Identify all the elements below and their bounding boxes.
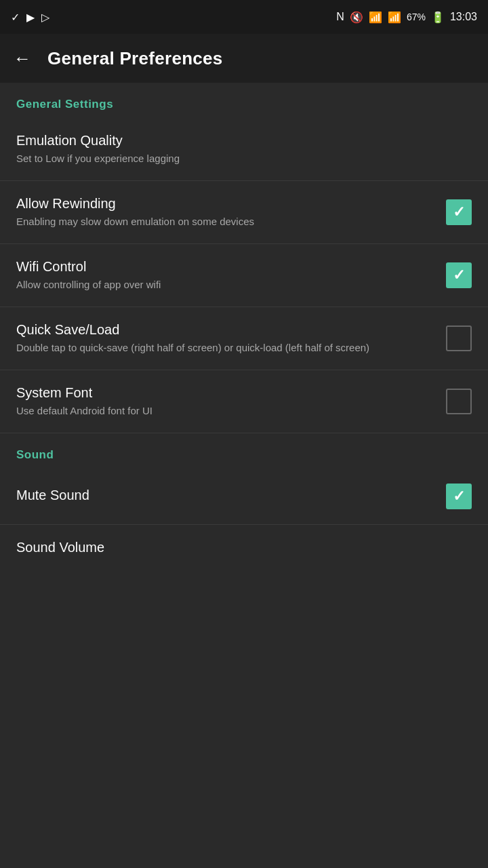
section-sound: Sound xyxy=(0,433,488,469)
pref-text-wifi-control: Wifi Control Allow controlling of app ov… xyxy=(16,259,446,292)
pref-title-quick-save-load: Quick Save/Load xyxy=(16,322,432,338)
status-bar-left: ✓ ▶ ▷ xyxy=(11,11,49,24)
pref-text-allow-rewinding: Allow Rewinding Enabling may slow down e… xyxy=(16,196,446,229)
pref-title-wifi-control: Wifi Control xyxy=(16,259,432,275)
pref-title-allow-rewinding: Allow Rewinding xyxy=(16,196,432,212)
pref-subtitle-allow-rewinding: Enabling may slow down emulation on some… xyxy=(16,214,432,229)
clock: 13:03 xyxy=(450,11,477,23)
nfc-icon: N xyxy=(336,11,344,23)
pref-item-allow-rewinding[interactable]: Allow Rewinding Enabling may slow down e… xyxy=(0,181,488,244)
section-general-settings: General Settings xyxy=(0,83,488,118)
status-bar: ✓ ▶ ▷ N 🔇 📶 📶 67% 🔋 13:03 xyxy=(0,0,488,34)
checkbox-system-font[interactable] xyxy=(446,389,472,414)
signal-icon: 📶 xyxy=(388,11,401,24)
pref-subtitle-emulation-quality: Set to Low if you experience lagging xyxy=(16,151,458,165)
battery-percentage: 67% xyxy=(407,12,426,22)
pref-title-mute-sound: Mute Sound xyxy=(16,488,432,503)
pref-subtitle-system-font: Use default Android font for UI xyxy=(16,403,432,418)
play2-icon: ▷ xyxy=(41,11,49,24)
checkbox-allow-rewinding[interactable] xyxy=(446,199,472,225)
content-area: General Settings Emulation Quality Set t… xyxy=(0,83,488,573)
page-title: General Preferences xyxy=(47,48,223,69)
play-icon: ▶ xyxy=(26,11,35,24)
checkmark-icon: ✓ xyxy=(11,11,20,24)
pref-text-system-font: System Font Use default Android font for… xyxy=(16,385,446,418)
pref-item-wifi-control[interactable]: Wifi Control Allow controlling of app ov… xyxy=(0,244,488,307)
back-button[interactable]: ← xyxy=(14,50,31,67)
pref-item-sound-volume[interactable]: Sound Volume xyxy=(0,525,488,573)
pref-title-emulation-quality: Emulation Quality xyxy=(16,133,458,149)
top-bar: ← General Preferences xyxy=(0,34,488,83)
checkbox-quick-save-load[interactable] xyxy=(446,326,472,351)
pref-item-mute-sound[interactable]: Mute Sound xyxy=(0,469,488,525)
pref-item-emulation-quality[interactable]: Emulation Quality Set to Low if you expe… xyxy=(0,118,488,181)
pref-item-system-font[interactable]: System Font Use default Android font for… xyxy=(0,370,488,433)
battery-icon: 🔋 xyxy=(431,11,445,24)
pref-title-sound-volume: Sound Volume xyxy=(16,540,458,555)
checkbox-wifi-control[interactable] xyxy=(446,262,472,288)
pref-text-sound-volume: Sound Volume xyxy=(16,540,472,558)
status-bar-right: N 🔇 📶 📶 67% 🔋 13:03 xyxy=(336,11,477,24)
checkbox-mute-sound[interactable] xyxy=(446,484,472,509)
wifi-icon: 📶 xyxy=(369,11,382,24)
pref-text-quick-save-load: Quick Save/Load Double tap to quick-save… xyxy=(16,322,446,355)
pref-text-emulation-quality: Emulation Quality Set to Low if you expe… xyxy=(16,133,472,165)
pref-title-system-font: System Font xyxy=(16,385,432,401)
mute-icon: 🔇 xyxy=(350,11,363,24)
pref-subtitle-quick-save-load: Double tap to quick-save (right half of … xyxy=(16,340,432,355)
pref-text-mute-sound: Mute Sound xyxy=(16,488,446,506)
pref-item-quick-save-load[interactable]: Quick Save/Load Double tap to quick-save… xyxy=(0,307,488,370)
pref-subtitle-wifi-control: Allow controlling of app over wifi xyxy=(16,277,432,292)
